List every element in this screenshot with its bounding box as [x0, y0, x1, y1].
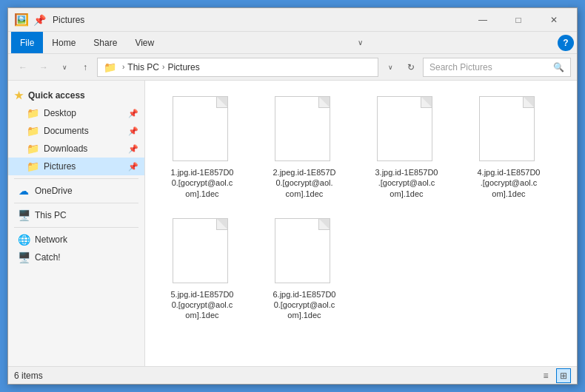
sidebar-onedrive-label: OneDrive	[35, 186, 73, 196]
address-this-pc: This PC	[127, 62, 159, 72]
documents-folder-icon: 📁	[26, 125, 39, 137]
sidebar-network-label: Network	[35, 234, 67, 245]
sidebar-item-desktop-label: Desktop	[44, 108, 76, 118]
catch-icon: 🖥️	[17, 251, 30, 263]
file-item-2[interactable]: 2.jpeg.id-1E857D0.[gocrypt@aol.com].1dec	[256, 89, 352, 206]
sidebar-item-onedrive[interactable]: ☁ OneDrive	[8, 182, 144, 200]
file-page-3	[377, 96, 432, 161]
address-pictures: Pictures	[167, 62, 199, 72]
close-button[interactable]: ✕	[537, 8, 571, 32]
search-box[interactable]: Search Pictures 🔍	[423, 58, 571, 77]
forward-button[interactable]: →	[35, 58, 53, 76]
pictures-pin-icon: 📌	[128, 162, 138, 172]
menu-expand-button[interactable]: ∨	[352, 36, 369, 50]
sidebar: ★ Quick access 📁 Desktop 📌 📁 Documents 📌…	[8, 81, 145, 366]
menu-view[interactable]: View	[126, 32, 163, 53]
search-icon: 🔍	[553, 62, 564, 72]
file-name-1: 1.jpg.id-1E857D00.[gocrypt@aol.com].1dec	[170, 167, 233, 199]
downloads-folder-icon: 📁	[26, 143, 39, 155]
addressbar: ← → ∨ ↑ 📁 › This PC › Pictures ∨ ↻ Searc…	[8, 54, 577, 81]
file-name-4: 4.jpg.id-1E857D0.[gocrypt@aol.com].1dec	[477, 167, 540, 199]
sidebar-divider1	[14, 178, 138, 179]
file-item-3[interactable]: 3.jpg.id-1E857D0.[gocrypt@aol.com].1dec	[358, 89, 455, 206]
sidebar-item-pictures-label: Pictures	[44, 161, 76, 172]
search-placeholder: Search Pictures	[429, 62, 492, 72]
address-chevron1: ›	[122, 63, 124, 71]
file-name-2: 2.jpeg.id-1E857D0.[gocrypt@aol.com].1dec	[273, 167, 335, 199]
item-count: 6 items	[14, 371, 43, 381]
statusbar: 6 items ≡ ⊞	[8, 366, 577, 384]
view-controls: ≡ ⊞	[538, 368, 571, 383]
file-corner-5	[217, 219, 227, 229]
thispc-icon: 🖥️	[17, 209, 30, 221]
file-name-5: 5.jpg.id-1E857D00.[gocrypt@aol.com].1dec	[170, 289, 233, 321]
onedrive-icon: ☁	[17, 185, 30, 197]
refresh-button[interactable]: ↻	[402, 58, 420, 76]
sidebar-item-documents[interactable]: 📁 Documents 📌	[8, 122, 144, 140]
star-icon: ★	[14, 89, 24, 101]
network-icon: 🌐	[17, 234, 30, 246]
menu-file[interactable]: File	[11, 32, 43, 53]
window-title: Pictures	[53, 15, 466, 25]
file-icon-5	[173, 218, 232, 285]
file-grid: 1.jpg.id-1E857D00.[gocrypt@aol.com].1dec…	[145, 81, 577, 366]
sidebar-item-documents-label: Documents	[44, 126, 89, 136]
desktop-folder-icon: 📁	[26, 107, 39, 119]
address-box[interactable]: 📁 › This PC › Pictures	[97, 58, 378, 77]
file-icon-1	[173, 96, 232, 163]
list-view-button[interactable]: ≡	[538, 368, 553, 383]
address-dropdown-button[interactable]: ∨	[381, 58, 399, 76]
titlebar: 🖼️ 📌 Pictures — □ ✕	[8, 8, 577, 32]
sidebar-item-pictures[interactable]: 📁 Pictures 📌	[8, 158, 144, 175]
sidebar-item-network[interactable]: 🌐 Network	[8, 231, 144, 249]
app-icon: 🖼️	[14, 13, 29, 27]
file-item-1[interactable]: 1.jpg.id-1E857D00.[gocrypt@aol.com].1dec	[154, 89, 250, 206]
sidebar-divider2	[14, 203, 138, 203]
sidebar-item-downloads[interactable]: 📁 Downloads 📌	[8, 140, 144, 158]
file-page-4	[479, 96, 535, 161]
quick-access-section: ★ Quick access 📁 Desktop 📌 📁 Documents 📌…	[8, 87, 144, 175]
desktop-pin-icon: 📌	[128, 109, 138, 118]
file-page-2	[275, 96, 330, 161]
titlebar-icons: 🖼️ 📌	[14, 13, 47, 27]
file-item-4[interactable]: 4.jpg.id-1E857D0.[gocrypt@aol.com].1dec	[461, 89, 557, 206]
grid-view-button[interactable]: ⊞	[556, 368, 571, 383]
main-area: ★ Quick access 📁 Desktop 📌 📁 Documents 📌…	[8, 81, 577, 366]
file-item-6[interactable]: 6.jpg.id-1E857D00.[gocrypt@aol.com].1dec	[256, 212, 352, 328]
quick-access-header[interactable]: ★ Quick access	[8, 87, 144, 104]
file-corner-2	[319, 97, 330, 107]
dropdown-recent-button[interactable]: ∨	[56, 58, 73, 76]
minimize-button[interactable]: —	[466, 8, 500, 32]
sidebar-divider3	[14, 227, 138, 228]
help-button[interactable]: ?	[558, 35, 574, 51]
sidebar-item-catch[interactable]: 🖥️ Catch!	[8, 249, 144, 266]
file-explorer-window: 🖼️ 📌 Pictures — □ ✕ File Home Share View…	[7, 7, 578, 385]
file-name-6: 6.jpg.id-1E857D00.[gocrypt@aol.com].1dec	[273, 289, 335, 321]
menubar: File Home Share View ∨ ?	[8, 32, 577, 54]
downloads-pin-icon: 📌	[128, 144, 138, 154]
sidebar-item-desktop[interactable]: 📁 Desktop 📌	[8, 104, 144, 122]
file-corner-6	[319, 219, 330, 229]
file-item-5[interactable]: 5.jpg.id-1E857D00.[gocrypt@aol.com].1dec	[154, 212, 250, 328]
sidebar-item-thispc[interactable]: 🖥️ This PC	[8, 206, 144, 224]
back-button[interactable]: ←	[14, 58, 32, 76]
up-button[interactable]: ↑	[76, 58, 94, 76]
file-corner-1	[217, 97, 227, 107]
sidebar-thispc-label: This PC	[35, 210, 67, 220]
address-chevron2: ›	[162, 63, 164, 71]
titlebar-controls: — □ ✕	[466, 8, 571, 32]
maximize-button[interactable]: □	[501, 8, 535, 32]
sidebar-catch-label: Catch!	[35, 252, 61, 263]
documents-pin-icon: 📌	[128, 126, 138, 136]
file-page-5	[173, 218, 228, 283]
address-path: 📁 › This PC › Pictures	[104, 61, 200, 73]
quick-access-label: Quick access	[28, 90, 85, 101]
pictures-folder-icon: 📁	[26, 160, 39, 172]
file-page-1	[173, 96, 228, 161]
file-corner-4	[524, 97, 534, 107]
file-icon-6	[275, 218, 334, 285]
pin-icon: 📌	[32, 13, 47, 27]
sidebar-item-downloads-label: Downloads	[44, 143, 87, 154]
menu-home[interactable]: Home	[43, 32, 84, 53]
menu-share[interactable]: Share	[84, 32, 126, 53]
